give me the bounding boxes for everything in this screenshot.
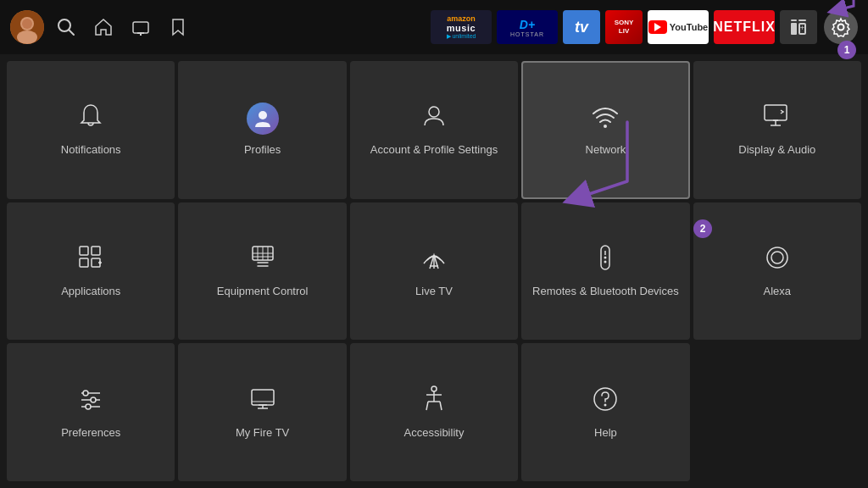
tile-my-fire-tv[interactable]: My Fire TV: [178, 343, 346, 481]
app-youtube[interactable]: YouTube: [648, 10, 709, 44]
svg-point-35: [604, 257, 607, 259]
gear-icon[interactable]: [824, 10, 858, 44]
tile-empty: [693, 343, 861, 481]
tile-network-label: Network: [586, 143, 626, 158]
app-sony[interactable]: SONYLIV: [605, 10, 643, 44]
svg-line-5: [69, 30, 74, 35]
svg-point-36: [604, 261, 607, 263]
tile-alexa-label: Alexa: [764, 285, 792, 299]
svg-point-11: [429, 107, 439, 117]
app-icons-row: amazon music ▶ unlimited D+ HOTSTAR tv S…: [431, 10, 817, 44]
profiles-icon: [247, 103, 279, 135]
tile-live-tv[interactable]: Live TV: [350, 202, 518, 341]
tile-equipment-control[interactable]: Equipment Control: [178, 202, 346, 341]
tile-accessibility[interactable]: Accessibility: [350, 343, 518, 481]
grid-apps-icon: [76, 243, 105, 276]
bell-icon: [76, 102, 105, 135]
svg-line-53: [426, 402, 428, 410]
tile-remotes-bluetooth[interactable]: Remotes & Bluetooth Devices: [521, 202, 689, 341]
antenna-icon: [420, 243, 448, 276]
settings-grid: Notifications Profiles: [0, 54, 868, 488]
tile-network[interactable]: Network: [521, 61, 689, 199]
tile-live-tv-label: Live TV: [415, 285, 453, 299]
sliders-icon: [76, 385, 105, 418]
tile-account-label: Account & Profile Settings: [370, 143, 498, 158]
svg-point-9: [838, 25, 844, 30]
svg-point-56: [604, 403, 607, 406]
avatar[interactable]: [10, 10, 44, 44]
settings-gear-container: [824, 10, 858, 44]
svg-point-38: [771, 252, 783, 263]
svg-point-12: [604, 125, 607, 128]
remote-icon: [591, 243, 620, 276]
tile-profiles[interactable]: Profiles: [178, 61, 346, 199]
alexa-icon: [763, 243, 792, 276]
app-all-apps[interactable]: +: [780, 10, 817, 44]
accessibility-icon: [420, 385, 448, 418]
tile-help[interactable]: Help: [521, 343, 689, 481]
svg-point-42: [91, 397, 96, 402]
nav-bar: amazon music ▶ unlimited D+ HOTSTAR tv S…: [0, 0, 868, 54]
app-disney-hotstar[interactable]: D+ HOTSTAR: [497, 10, 558, 44]
svg-rect-6: [133, 22, 148, 33]
home-icon[interactable]: [88, 12, 119, 42]
help-icon: [591, 385, 620, 418]
tile-profiles-label: Profiles: [244, 143, 281, 158]
tile-alexa[interactable]: Alexa: [693, 202, 861, 341]
tile-accessibility-label: Accessibility: [404, 426, 465, 441]
tv-icon[interactable]: [125, 12, 156, 42]
svg-point-50: [431, 386, 437, 391]
tv-remote-icon: [248, 243, 277, 276]
settings-container: Notifications Profiles: [0, 54, 868, 488]
tile-account[interactable]: Account & Profile Settings: [350, 61, 518, 199]
bookmark-icon[interactable]: [163, 12, 193, 42]
svg-point-3: [22, 19, 32, 29]
svg-point-37: [767, 247, 787, 268]
app-jiotv[interactable]: tv: [563, 10, 600, 44]
app-netflix[interactable]: NETFLIX: [714, 10, 775, 44]
search-icon[interactable]: [51, 12, 81, 42]
tile-applications[interactable]: Applications: [7, 202, 175, 341]
tile-preferences[interactable]: Preferences: [7, 343, 175, 481]
svg-point-40: [83, 391, 88, 396]
tile-preferences-label: Preferences: [61, 426, 120, 441]
svg-rect-17: [80, 247, 88, 255]
svg-rect-18: [92, 247, 100, 255]
app-amazon-music[interactable]: amazon music ▶ unlimited: [431, 10, 492, 44]
tile-display-audio-label: Display & Audio: [738, 143, 815, 158]
monitor-icon: [762, 102, 793, 135]
svg-rect-19: [80, 258, 88, 267]
fire-tv-icon: [248, 385, 277, 418]
annotation-badge-2: 2: [693, 219, 712, 238]
svg-rect-45: [252, 390, 274, 405]
svg-point-10: [259, 111, 267, 119]
tile-notifications-label: Notifications: [61, 143, 121, 158]
tile-equipment-control-label: Equipment Control: [217, 285, 309, 299]
account-icon: [420, 102, 448, 135]
svg-rect-13: [765, 105, 787, 120]
tile-my-fire-tv-label: My Fire TV: [236, 426, 289, 441]
tile-notifications[interactable]: Notifications: [7, 61, 175, 199]
annotation-badge-1: 1: [837, 41, 856, 59]
tile-display-audio[interactable]: Display & Audio: [693, 61, 861, 199]
svg-point-2: [17, 30, 37, 44]
tile-applications-label: Applications: [61, 285, 120, 299]
tile-help-label: Help: [594, 426, 617, 441]
svg-point-44: [86, 404, 91, 409]
tile-remotes-bluetooth-label: Remotes & Bluetooth Devices: [532, 285, 679, 299]
wifi-icon: [590, 102, 620, 135]
svg-line-54: [440, 402, 442, 410]
